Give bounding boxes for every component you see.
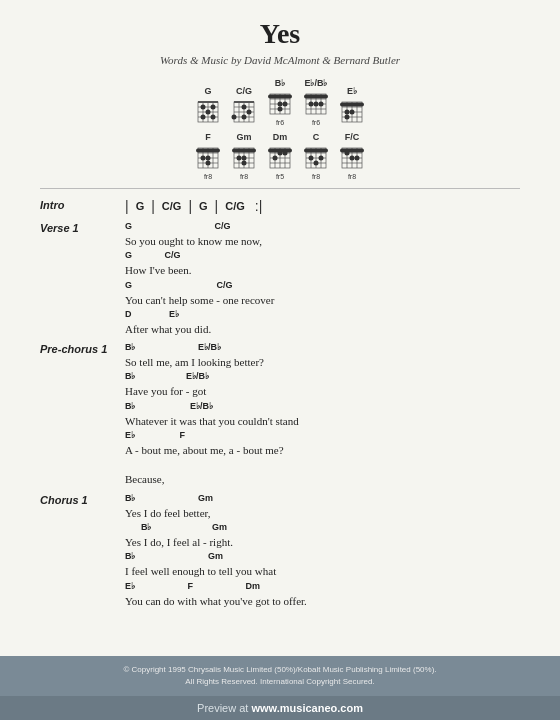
svg-point-101 — [314, 161, 319, 166]
svg-point-77 — [237, 156, 242, 161]
svg-point-22 — [247, 110, 252, 115]
chord-cg: C/G — [230, 86, 258, 126]
svg-point-79 — [242, 161, 247, 166]
svg-point-111 — [350, 156, 355, 161]
svg-point-99 — [309, 156, 314, 161]
ch-line-4: E♭ F Dm You can do with what you've got … — [125, 581, 520, 608]
svg-point-12 — [211, 115, 216, 120]
song-subtitle: Words & Music by David McAlmont & Bernar… — [40, 54, 520, 66]
main-content: Yes Words & Music by David McAlmont & Be… — [0, 0, 560, 656]
svg-point-24 — [242, 115, 247, 120]
svg-point-56 — [350, 110, 355, 115]
svg-point-110 — [345, 151, 350, 156]
ch-line-3: B♭ Gm I feel well enough to tell you wha… — [125, 551, 520, 578]
verse1-content: G C/G So you ought to know me now, G C/G… — [125, 221, 520, 338]
svg-point-46 — [319, 102, 324, 107]
prechorus1-section: Pre-chorus 1 B♭ E♭/B♭ So tell me, am I l… — [40, 342, 520, 488]
chord-f: F fr8 — [194, 132, 222, 180]
ch-line-1: B♭ Gm Yes I do feel better, — [125, 493, 520, 520]
pc-line-3: B♭ E♭/B♭ Whatever it was that you couldn… — [125, 401, 520, 428]
svg-point-90 — [273, 156, 278, 161]
footer-copyright: © Copyright 1995 Chrysalis Music Limited… — [20, 664, 540, 676]
verse1-label: Verse 1 — [40, 221, 125, 338]
line-4: D E♭ After what you did. — [125, 309, 520, 336]
chord-fc: F/C fr8 — [338, 132, 366, 180]
pc-line-1: B♭ E♭/B♭ So tell me, am I looking better… — [125, 342, 520, 369]
svg-point-55 — [345, 110, 350, 115]
svg-point-57 — [345, 115, 350, 120]
pc-line-2: B♭ E♭/B♭ Have you for - got — [125, 371, 520, 398]
svg-point-10 — [206, 110, 211, 115]
chord-g: G — [194, 86, 222, 126]
svg-point-89 — [283, 151, 288, 156]
footer: © Copyright 1995 Chrysalis Music Limited… — [0, 656, 560, 696]
chorus1-section: Chorus 1 B♭ Gm Yes I do feel better, B♭ … — [40, 493, 520, 610]
preview-text: Preview at www.musicaneo.com — [20, 702, 540, 714]
svg-point-100 — [319, 156, 324, 161]
chord-eb: E♭ — [338, 86, 366, 126]
svg-point-67 — [206, 156, 211, 161]
svg-point-21 — [242, 105, 247, 110]
chord-ebbb: E♭/B♭ fr6 — [302, 78, 330, 126]
chord-gm: Gm fr8 — [230, 132, 258, 180]
svg-point-45 — [314, 102, 319, 107]
intro-content: | G | C/G | G | C/G :| — [125, 195, 520, 217]
pc-line-4: E♭ F A - bout me, about me, a - bout me? — [125, 430, 520, 457]
svg-point-88 — [278, 151, 283, 156]
line-1: G C/G So you ought to know me now, — [125, 221, 520, 248]
svg-point-66 — [201, 156, 206, 161]
svg-point-44 — [309, 102, 314, 107]
prechorus1-label: Pre-chorus 1 — [40, 342, 125, 488]
svg-point-112 — [355, 156, 360, 161]
chord-diagrams-row2: F fr8 Gm — [40, 132, 520, 180]
divider — [40, 188, 520, 189]
svg-point-34 — [283, 102, 288, 107]
song-title: Yes — [40, 18, 520, 50]
svg-point-68 — [206, 161, 211, 166]
svg-point-35 — [278, 107, 283, 112]
verse1-section: Verse 1 G C/G So you ought to know me no… — [40, 221, 520, 338]
intro-bars: | G | C/G | G | C/G :| — [125, 195, 520, 217]
svg-point-8 — [201, 105, 206, 110]
preview-bar: Preview at www.musicaneo.com — [0, 696, 560, 720]
svg-point-11 — [201, 115, 206, 120]
intro-label: Intro — [40, 195, 125, 217]
chord-dm: Dm fr5 — [266, 132, 294, 180]
footer-rights: All Rights Reserved. International Copyr… — [20, 676, 540, 688]
chorus1-label: Chorus 1 — [40, 493, 125, 610]
svg-point-78 — [242, 156, 247, 161]
chord-c: C fr8 — [302, 132, 330, 180]
svg-point-9 — [211, 105, 216, 110]
chorus1-content: B♭ Gm Yes I do feel better, B♭ Gm Yes I … — [125, 493, 520, 610]
pc-line-5: Because, — [125, 459, 520, 486]
svg-point-33 — [278, 102, 283, 107]
prechorus1-content: B♭ E♭/B♭ So tell me, am I looking better… — [125, 342, 520, 488]
svg-point-23 — [232, 115, 237, 120]
line-3: G C/G You can't help some - one recover — [125, 280, 520, 307]
chord-bb: B♭ fr6 — [266, 78, 294, 126]
intro-section: Intro | G | C/G | G | C/G :| — [40, 195, 520, 217]
line-2: G C/G How I've been. — [125, 250, 520, 277]
ch-line-2: B♭ Gm Yes I do, I feel al - right. — [125, 522, 520, 549]
chord-diagrams-row1: G — [40, 78, 520, 126]
page: Yes Words & Music by David McAlmont & Be… — [0, 0, 560, 720]
